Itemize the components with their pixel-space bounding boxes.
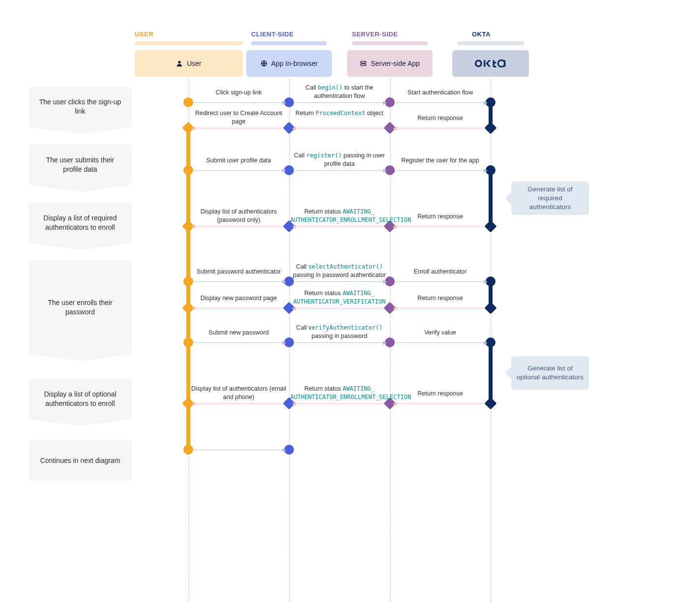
col-label-client: CLIENT-SIDE xyxy=(251,31,293,38)
node-circle-yellow xyxy=(183,165,193,175)
message-label: Click sign-up link xyxy=(190,89,288,97)
message-label: Return ProceedContext object xyxy=(291,109,389,118)
col-bar-okta xyxy=(457,41,524,45)
col-bar-user xyxy=(135,41,243,45)
message-label: Submit password authenticator xyxy=(190,268,288,276)
svg-rect-6 xyxy=(504,60,505,66)
col-box-okta xyxy=(452,50,529,77)
col-box-user: User xyxy=(135,50,243,77)
arrow xyxy=(396,226,485,227)
svg-point-4 xyxy=(475,61,481,66)
svg-rect-3 xyxy=(361,64,366,66)
node-diamond-navy xyxy=(484,302,496,314)
arrow xyxy=(295,226,384,227)
arrow xyxy=(194,170,283,171)
message-label: Call begin() to start the authentication… xyxy=(291,84,389,100)
swimlane-canvas: USER CLIENT-SIDE SERVER-SIDE OKTA User A… xyxy=(0,0,700,612)
col-box-server-label: Server-side App xyxy=(371,60,420,67)
callout-text: Generate list of optional authenticators xyxy=(516,364,584,382)
okta-logo-icon xyxy=(474,59,507,68)
sidebar-step: Display a list of optional authenticator… xyxy=(29,379,132,419)
message-label: Enroll authenticator xyxy=(391,268,490,276)
svg-rect-2 xyxy=(361,61,366,63)
globe-icon xyxy=(261,60,267,67)
arrow xyxy=(396,281,485,282)
col-bar-server xyxy=(352,41,428,45)
node-diamond-navy xyxy=(484,122,496,134)
arrow xyxy=(194,128,283,128)
message-label: Submit new password xyxy=(190,329,288,337)
server-icon xyxy=(360,60,367,67)
arrow xyxy=(194,102,283,103)
arrow xyxy=(194,450,283,450)
col-label-server: SERVER-SIDE xyxy=(352,31,398,38)
arrow xyxy=(194,281,283,282)
node-circle-yellow xyxy=(183,97,193,107)
node-diamond-navy xyxy=(484,397,496,409)
sidebar-step: The user submits their profile data xyxy=(29,145,132,185)
message-label: Return status AWAITING_ AUTHENTICATOR_EN… xyxy=(291,208,389,224)
message-label: Call verifyAuthenticator() passing in pa… xyxy=(291,324,389,340)
callout: Generate list of required authenticators xyxy=(511,182,589,215)
message-label: Return status AWAITING_ AUTHENTICATOR_EN… xyxy=(291,385,389,401)
sidebar-step: Continues in next diagram xyxy=(29,440,132,481)
arrow xyxy=(295,281,384,282)
arrow xyxy=(194,226,283,227)
callout: Generate list of optional authenticators xyxy=(511,356,589,390)
sidebar-step: The user clicks the sign-up link xyxy=(29,87,132,127)
sidebar-step: Display a list of required authenticator… xyxy=(29,203,132,243)
arrow xyxy=(295,403,384,404)
message-label: Redirect user to Create Account page xyxy=(190,109,288,126)
node-diamond-navy xyxy=(484,220,496,232)
node-circle-yellow xyxy=(183,276,193,286)
callout-text: Generate list of required authenticators xyxy=(516,185,584,212)
message-label: Call selectAuthenticator() passing in pa… xyxy=(291,263,389,279)
message-label: Verify value xyxy=(391,329,490,337)
node-circle-yellow xyxy=(183,337,193,347)
message-label: Return response xyxy=(391,390,490,398)
message-label: Return status AWAITING_ AUTHENTICATOR_VE… xyxy=(291,289,389,306)
col-box-server: Server-side App xyxy=(347,50,433,77)
arrow xyxy=(396,170,485,171)
message-label: Display new password page xyxy=(190,294,288,303)
col-bar-client xyxy=(251,41,327,45)
message-label: Return response xyxy=(391,213,490,221)
arrow xyxy=(396,128,485,128)
svg-point-5 xyxy=(498,60,505,67)
arrow xyxy=(194,342,283,343)
svg-point-0 xyxy=(178,61,181,63)
arrow xyxy=(396,102,485,103)
col-box-client-label: App In-browser xyxy=(271,60,318,67)
col-box-user-label: User xyxy=(187,60,202,67)
col-label-user: USER xyxy=(135,31,153,38)
message-label: Return response xyxy=(391,114,490,122)
arrow xyxy=(194,403,283,404)
arrow xyxy=(295,128,384,128)
arrow xyxy=(295,308,384,308)
arrow xyxy=(396,342,485,343)
col-box-client: App In-browser xyxy=(246,50,332,77)
arrow xyxy=(396,403,485,404)
message-label: Call register() passing in user profile … xyxy=(291,152,389,168)
message-label: Submit user profile data xyxy=(190,156,288,165)
node-circle-yellow xyxy=(183,445,193,455)
arrow xyxy=(295,342,384,343)
arrow xyxy=(295,102,384,103)
sidebar-step: The user enrolls their password xyxy=(29,261,132,354)
arrow xyxy=(396,308,485,308)
message-label: Register the user for the app xyxy=(391,156,490,165)
message-label: Return response xyxy=(391,294,490,303)
arrow xyxy=(295,170,384,171)
arrow xyxy=(194,308,283,308)
col-label-okta: OKTA xyxy=(472,31,491,38)
message-label: Start authentication flow xyxy=(391,89,490,97)
user-icon xyxy=(176,60,183,67)
message-label: Display list of authenticators (email an… xyxy=(190,385,288,401)
message-label: Display list of authenticators (password… xyxy=(190,208,288,224)
